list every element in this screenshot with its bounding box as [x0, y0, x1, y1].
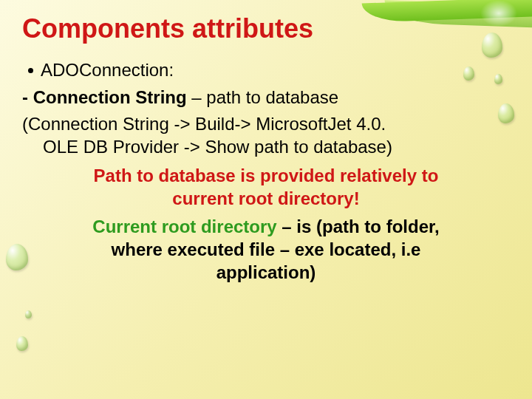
- slide-body: ADOConnection: - Connection String – pat…: [22, 59, 510, 284]
- root-directory-label: Current root directory: [92, 216, 276, 236]
- slide-title: Components attributes: [22, 13, 313, 44]
- connection-string-desc: – path to database: [187, 87, 339, 107]
- build-path-note: (Connection String -> Build-> MicrosoftJ…: [22, 113, 510, 158]
- bullet-text: ADOConnection:: [41, 59, 174, 82]
- paren-line2: OLE DB Provider -> Show path to database…: [22, 136, 510, 159]
- warning-line2: current root directory!: [172, 188, 359, 208]
- decorative-ribbon: [377, 0, 532, 35]
- paren-line1: (Connection String -> Build-> MicrosoftJ…: [22, 114, 386, 134]
- warning-text: Path to database is provided relatively …: [32, 165, 500, 210]
- root-dir-rest1: – is (path to folder,: [277, 216, 440, 236]
- warning-line1: Path to database is provided relatively …: [94, 166, 439, 185]
- dash: -: [22, 87, 33, 107]
- water-drop-icon: [482, 33, 502, 58]
- water-drop-icon: [16, 336, 28, 351]
- bullet-item: ADOConnection:: [22, 59, 510, 82]
- bullet-dot-icon: [28, 68, 33, 73]
- connection-string-label: Connection String: [33, 87, 187, 107]
- root-directory-note: Current root directory – is (path to fol…: [32, 216, 500, 284]
- connection-string-line: - Connection String – path to database: [22, 86, 510, 109]
- slide: Components attributes ADOConnection: - C…: [0, 0, 532, 399]
- root-dir-rest3: application): [216, 262, 316, 282]
- root-dir-rest2: where executed file – exe located, i.e: [112, 239, 421, 259]
- water-drop-icon: [25, 310, 32, 318]
